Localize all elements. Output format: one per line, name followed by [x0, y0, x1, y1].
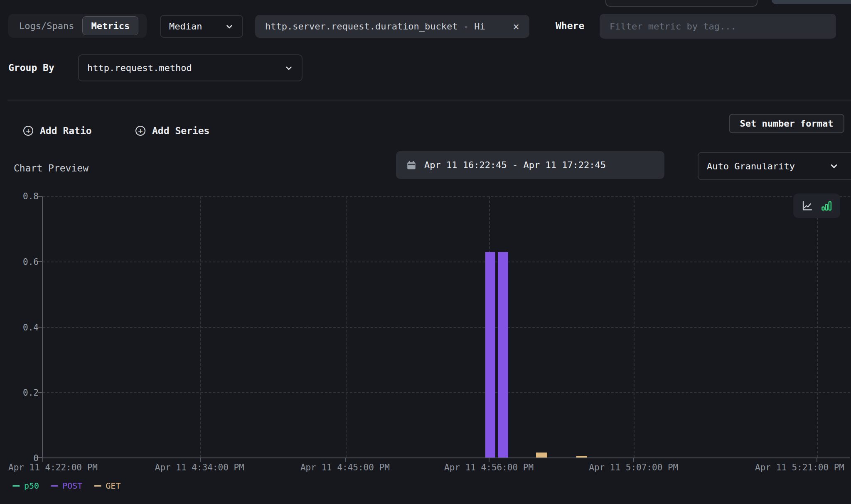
v-gridline	[200, 196, 201, 458]
bar-POST[interactable]	[485, 252, 495, 458]
x-axis-tick	[42, 458, 43, 462]
h-gridline	[43, 262, 850, 262]
plot-area	[42, 196, 850, 458]
truncated-top-button[interactable]	[772, 0, 851, 4]
chevron-down-icon	[225, 22, 234, 31]
legend-item-p50[interactable]: p50	[12, 481, 39, 491]
group-by-select[interactable]: http.request.method	[78, 54, 303, 81]
bar-POST[interactable]	[498, 252, 508, 458]
line-chart-icon[interactable]	[801, 200, 814, 212]
legend-label: POST	[62, 481, 82, 491]
tab-logs-spans[interactable]: Logs/Spans	[11, 16, 82, 35]
chevron-down-icon	[829, 161, 839, 171]
y-axis-tick	[38, 261, 42, 262]
legend-label: p50	[24, 481, 39, 491]
x-tick-label: Apr 11 4:45:00 PM	[300, 462, 390, 472]
legend-dash	[12, 485, 20, 487]
filter-input[interactable]	[600, 14, 836, 39]
add-ratio-label: Add Ratio	[40, 125, 92, 136]
bar-chart-icon[interactable]	[820, 200, 833, 212]
source-toggle: Logs/Spans Metrics	[8, 14, 147, 38]
group-by-label: Group By	[8, 62, 54, 73]
granularity-value: Auto Granularity	[707, 161, 795, 171]
y-axis-tick	[38, 196, 42, 197]
y-tick-label: 0.8	[23, 191, 39, 201]
bar-GET[interactable]	[536, 453, 547, 458]
chart-preview-title: Chart Preview	[14, 163, 89, 174]
chart-type-toggle	[793, 193, 840, 218]
y-tick-label: 0.2	[23, 388, 39, 398]
legend-dash	[51, 485, 58, 487]
x-axis-tick	[817, 458, 817, 462]
x-axis-tick	[345, 458, 346, 462]
h-gridline	[43, 392, 850, 393]
remove-metric-icon[interactable]: ×	[513, 21, 519, 32]
chart-legend: p50POSTGET	[12, 481, 121, 491]
add-series-label: Add Series	[152, 125, 209, 136]
set-number-format-button[interactable]: Set number format	[729, 114, 844, 133]
where-label: Where	[556, 20, 584, 31]
y-tick-label: 0.6	[23, 257, 39, 267]
y-axis-tick	[38, 327, 42, 328]
metric-pill[interactable]: http.server.request.duration_bucket - Hi…	[255, 15, 529, 38]
chevron-down-icon	[284, 64, 293, 73]
y-tick-label: 0	[33, 453, 39, 463]
add-ratio-button[interactable]: + Add Ratio	[23, 124, 92, 138]
y-axis-tick	[38, 392, 42, 393]
legend-label: GET	[106, 481, 121, 491]
x-axis-tick	[633, 458, 634, 462]
y-tick-label: 0.4	[23, 323, 39, 333]
v-gridline	[634, 196, 635, 458]
metrics-query-builder: Logs/Spans Metrics Median http.server.re…	[0, 0, 851, 504]
x-tick-label: Apr 11 4:56:00 PM	[444, 462, 534, 472]
v-gridline	[346, 196, 347, 458]
x-tick-label: Apr 11 5:07:00 PM	[589, 462, 678, 472]
x-axis-tick	[489, 458, 489, 462]
legend-dash	[94, 485, 101, 487]
truncated-top-input[interactable]	[605, 0, 758, 7]
bar-GET[interactable]	[576, 456, 587, 458]
divider	[7, 100, 851, 100]
plus-icon: +	[135, 126, 145, 136]
x-axis-tick	[200, 458, 201, 462]
add-series-button[interactable]: + Add Series	[135, 124, 209, 138]
h-gridline	[43, 196, 850, 197]
aggregation-select[interactable]: Median	[160, 15, 243, 38]
legend-item-GET[interactable]: GET	[94, 481, 121, 491]
calendar-icon	[406, 160, 417, 171]
time-range-picker[interactable]: Apr 11 16:22:45 - Apr 11 17:22:45	[396, 151, 664, 179]
y-axis-tick	[38, 457, 42, 458]
plus-icon: +	[23, 126, 33, 136]
x-tick-label: Apr 11 4:34:00 PM	[155, 462, 244, 472]
x-tick-label: Apr 11 5:21:00 PM	[755, 462, 844, 472]
granularity-select[interactable]: Auto Granularity	[698, 152, 851, 180]
x-tick-label: Apr 11 4:22:00 PM	[8, 462, 98, 472]
v-gridline	[817, 196, 818, 458]
legend-item-POST[interactable]: POST	[51, 481, 82, 491]
group-by-value: http.request.method	[87, 63, 192, 73]
time-range-label: Apr 11 16:22:45 - Apr 11 17:22:45	[424, 160, 606, 170]
metric-pill-label: http.server.request.duration_bucket - Hi	[265, 21, 485, 32]
aggregation-value: Median	[169, 21, 202, 32]
tab-metrics[interactable]: Metrics	[82, 16, 138, 35]
h-gridline	[43, 327, 850, 328]
